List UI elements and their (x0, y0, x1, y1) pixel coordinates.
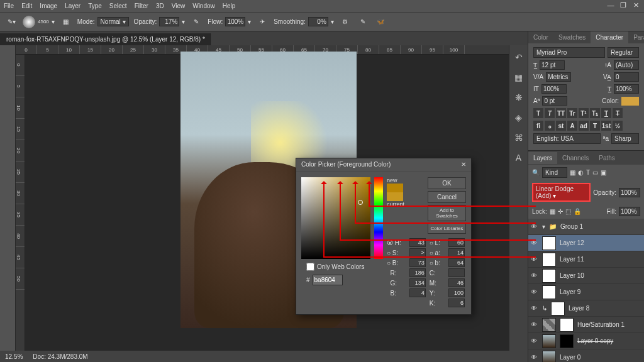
leading-input[interactable]: (Auto) (614, 60, 639, 70)
saturation-brightness-field[interactable] (301, 177, 370, 259)
layer-item[interactable]: 👁Layer 12 (528, 235, 644, 251)
filter-kind-dropdown[interactable]: Kind (542, 167, 567, 178)
symmetry-icon[interactable]: 🦋 (374, 16, 387, 28)
layer-opacity-input[interactable]: 100% (619, 188, 640, 197)
blue-input[interactable] (409, 288, 426, 297)
brightness-input[interactable] (409, 258, 426, 267)
layer-thumbnail[interactable] (542, 269, 556, 283)
window-restore[interactable]: ❐ (619, 1, 628, 9)
lock-position-icon[interactable]: ✛ (558, 208, 563, 215)
history-icon[interactable]: ↶ (513, 52, 525, 63)
kerning-input[interactable]: Metrics (546, 72, 571, 82)
layer-thumbnail[interactable] (542, 334, 556, 348)
mode-dropdown[interactable]: Normal ▾ (97, 17, 129, 26)
layer-item[interactable]: 👁↳Layer 8 (528, 300, 644, 317)
pressure-opacity-icon[interactable]: ✎ (190, 16, 203, 28)
layer-thumbnail[interactable] (542, 285, 556, 299)
lab-b-input[interactable] (448, 258, 465, 267)
magenta-input[interactable] (448, 278, 465, 287)
adjustments-icon[interactable]: ❋ (513, 92, 525, 103)
filter-smart-icon[interactable]: ▣ (601, 169, 606, 176)
cancel-button[interactable]: Cancel (428, 191, 466, 203)
menu-help[interactable]: Help (223, 3, 236, 9)
red-input[interactable] (409, 268, 426, 277)
adjustment-thumbnail[interactable] (542, 318, 556, 332)
visibility-icon[interactable]: 👁 (531, 321, 538, 329)
brush-panel-icon[interactable]: ▦ (60, 16, 72, 28)
brush-preset[interactable]: 4500▾ (23, 16, 55, 28)
text-color-swatch[interactable] (621, 97, 639, 106)
chevron-down-icon[interactable]: ▾ (542, 223, 545, 230)
menu-3d[interactable]: 3D (156, 3, 164, 9)
tracking-input[interactable]: 0 (614, 72, 639, 82)
layer-thumbnail[interactable] (542, 351, 556, 363)
menu-file[interactable]: File (4, 3, 14, 9)
lab-a-input[interactable] (448, 248, 465, 257)
layer-item[interactable]: 👁Layer 10 (528, 268, 644, 284)
anti-alias-dropdown[interactable]: Sharp (611, 133, 639, 144)
tab-paths[interactable]: Paths (594, 152, 620, 164)
tab-swatches[interactable]: Swatches (553, 31, 591, 43)
visibility-icon[interactable]: 👁 (531, 288, 538, 296)
hscale-input[interactable]: 100% (614, 84, 639, 94)
saturation-input[interactable] (409, 248, 426, 257)
opacity-input[interactable]: 17% (159, 17, 179, 26)
brush-tool-icon[interactable]: ✎▾ (5, 16, 18, 28)
blend-mode-dropdown[interactable]: Linear Dodge (Add) ▾ (532, 183, 591, 202)
layer-thumbnail[interactable] (542, 253, 556, 266)
airbrush-icon[interactable]: ✈ (256, 16, 269, 28)
black-input[interactable] (448, 299, 465, 307)
tab-character[interactable]: Character (591, 31, 628, 43)
font-size-input[interactable]: 12 pt (540, 60, 565, 70)
brushes-icon[interactable]: ▦ (513, 72, 525, 83)
cyan-input[interactable] (448, 268, 465, 277)
visibility-icon[interactable]: 👁 (531, 305, 538, 312)
glyphs-icon[interactable]: ⌘ (513, 132, 525, 143)
filter-shape-icon[interactable]: ▭ (592, 169, 598, 176)
layer-item[interactable]: 👁Layer 0 (528, 349, 644, 362)
fill-input[interactable]: 100% (619, 207, 640, 216)
lock-artboard-icon[interactable]: ⬚ (565, 208, 571, 215)
window-close[interactable]: ✕ (631, 1, 640, 9)
tab-layers[interactable]: Layers (528, 152, 557, 164)
color-libraries-button[interactable]: Color Libraries (428, 223, 466, 234)
layer-mask[interactable] (560, 318, 574, 332)
filter-pixel-icon[interactable]: ▦ (570, 169, 575, 176)
menu-view[interactable]: View (172, 3, 186, 9)
window-minimize[interactable]: — (606, 1, 615, 9)
layer-thumbnail[interactable] (542, 236, 556, 250)
zoom-level[interactable]: 12.5% (5, 353, 23, 360)
visibility-icon[interactable]: 👁 (531, 337, 538, 345)
menu-select[interactable]: Select (109, 3, 127, 9)
yellow-input[interactable] (448, 288, 465, 297)
layer-group[interactable]: 👁▾📁Group 1 (528, 219, 644, 235)
lock-all-icon[interactable]: 🔒 (574, 208, 581, 215)
menu-window[interactable]: Window (192, 3, 215, 9)
ok-button[interactable]: OK (428, 177, 466, 189)
menu-edit[interactable]: Edit (21, 3, 32, 9)
tab-channels[interactable]: Channels (557, 152, 594, 164)
web-colors-checkbox[interactable] (306, 263, 314, 271)
layer-item[interactable]: 👁Layer 9 (528, 284, 644, 300)
flow-input[interactable]: 100% (225, 17, 245, 26)
tools-panel[interactable] (0, 45, 16, 351)
layer-list[interactable]: 👁▾📁Group 1 👁Layer 12 👁Layer 11 👁Layer 10… (528, 219, 644, 362)
smoothing-gear-icon[interactable]: ⚙ (339, 16, 352, 28)
font-family-dropdown[interactable]: Myriad Pro (533, 47, 605, 58)
layer-item[interactable]: 👁Hue/Saturation 1 (528, 317, 644, 333)
menu-filter[interactable]: Filter (135, 3, 148, 9)
layer-thumbnail[interactable] (551, 302, 565, 315)
styles-icon[interactable]: ◈ (513, 112, 525, 123)
language-dropdown[interactable]: English: USA (533, 133, 601, 144)
smoothing-input[interactable]: 0% (308, 17, 328, 26)
visibility-icon[interactable]: 👁 (531, 354, 538, 361)
baseline-input[interactable]: 0 pt (542, 96, 567, 106)
add-swatch-button[interactable]: Add to Swatches (428, 205, 466, 221)
current-color-swatch[interactable] (387, 192, 403, 201)
menu-type[interactable]: Type (88, 3, 102, 9)
menu-layer[interactable]: Layer (65, 3, 80, 9)
filter-adj-icon[interactable]: ◐ (578, 169, 584, 176)
document-tab[interactable]: roman-fox-RT5AXFNPOQY-unsplash.jpg @ 12.… (0, 33, 212, 45)
tab-paragraph[interactable]: Paragraph (628, 31, 644, 43)
vscale-input[interactable]: 100% (541, 84, 567, 94)
